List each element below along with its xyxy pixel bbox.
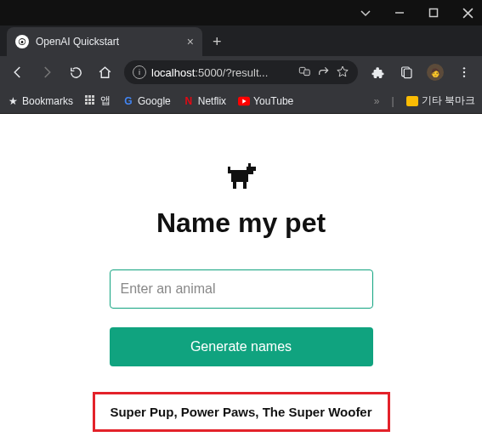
svg-rect-3 [304,70,310,76]
bookmark-youtube[interactable]: YouTube [238,95,293,107]
bookmark-google[interactable]: G Google [122,95,171,107]
svg-rect-11 [247,167,253,174]
svg-rect-14 [233,182,236,189]
svg-point-6 [463,67,465,69]
svg-rect-10 [231,170,248,182]
bookmarks-bar: ★ Bookmarks 앱 G Google N Netflix YouTube… [0,88,482,114]
home-button[interactable] [92,60,117,85]
svg-rect-12 [253,167,256,171]
svg-rect-5 [404,69,411,78]
star-icon: ★ [7,95,19,107]
tab-close-icon[interactable]: × [187,35,194,48]
bookmark-netflix[interactable]: N Netflix [183,95,226,107]
svg-rect-15 [243,182,247,189]
result-output: Super Pup, Power Paws, The Super Woofer [93,392,390,432]
new-tab-button[interactable]: + [202,27,232,56]
address-bar[interactable]: i localhost:5000/?result... [124,60,358,84]
browser-tab[interactable]: ⦿ OpenAI Quickstart × [7,27,202,56]
apps-shortcut[interactable]: 앱 [85,94,111,108]
page-content: Name my pet Generate names Super Pup, Po… [0,114,482,448]
window-close-icon[interactable] [462,0,473,26]
svg-rect-1 [430,9,438,17]
svg-point-8 [463,75,465,77]
animal-input-wrapper [110,269,373,309]
star-icon[interactable] [336,65,349,81]
page-title: Name my pet [156,207,326,239]
dog-icon [224,160,258,194]
site-info-icon[interactable]: i [133,65,146,79]
forward-button[interactable] [34,60,60,85]
folder-icon [406,96,418,106]
generate-button[interactable]: Generate names [110,327,373,366]
reload-button[interactable] [63,60,88,85]
animal-input[interactable] [121,281,362,297]
apps-grid-icon [85,95,97,107]
reading-list-icon[interactable] [394,60,419,85]
svg-point-7 [463,71,465,73]
bookmarks-shortcut[interactable]: ★ Bookmarks [7,95,73,107]
apps-label: 앱 [100,94,111,108]
translate-icon[interactable] [298,65,312,81]
svg-rect-17 [228,167,230,170]
bookmarks-label: Bookmarks [22,95,73,107]
window-caret-icon[interactable] [360,0,371,26]
profile-avatar[interactable]: 🧑 [422,60,448,85]
extensions-button[interactable] [365,60,390,85]
tab-title: OpenAI Quickstart [36,36,180,48]
svg-rect-13 [248,163,251,167]
window-maximize-icon[interactable] [428,0,439,26]
google-icon: G [122,95,134,107]
youtube-icon [238,95,250,107]
other-bookmarks-folder[interactable]: 기타 북마크 [406,94,475,108]
kebab-menu-icon[interactable] [451,60,477,85]
window-chrome [0,0,482,26]
svg-rect-16 [228,170,231,173]
url-text: localhost:5000/?result... [151,66,293,79]
share-icon[interactable] [317,65,331,81]
browser-toolbar: i localhost:5000/?result... 🧑 [0,56,482,88]
back-button[interactable] [5,60,31,85]
netflix-icon: N [183,95,195,107]
tab-favicon-icon: ⦿ [15,35,29,48]
tab-bar: ⦿ OpenAI Quickstart × + [0,26,482,56]
window-minimize-icon[interactable] [394,0,405,26]
bookmarks-separator: | [392,95,394,107]
bookmarks-overflow-chevron[interactable]: » [374,95,380,107]
